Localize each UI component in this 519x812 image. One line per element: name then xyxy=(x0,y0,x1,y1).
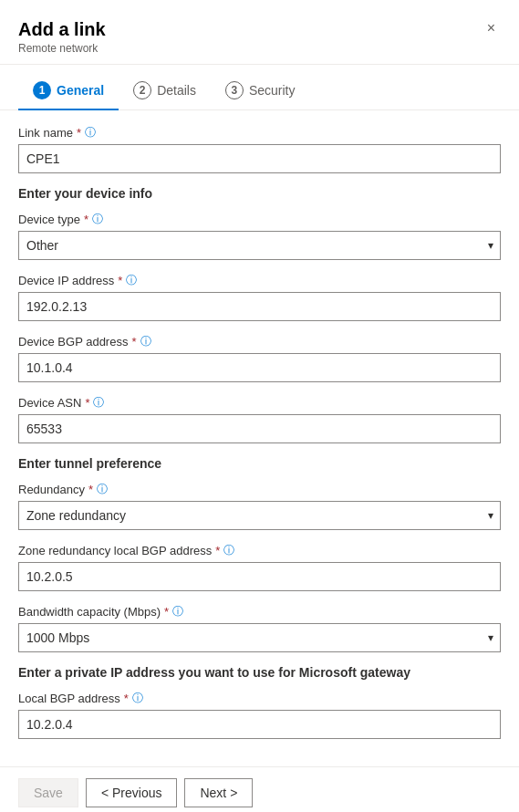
tab-security-label: Security xyxy=(249,83,296,98)
redundancy-info-icon[interactable]: ⓘ xyxy=(97,482,108,497)
required-star-6: * xyxy=(88,483,93,496)
device-bgp-label: Device BGP address * ⓘ xyxy=(18,334,501,349)
tunnel-heading: Enter tunnel preference xyxy=(18,456,501,471)
zone-bgp-info-icon[interactable]: ⓘ xyxy=(223,543,234,558)
required-star-2: * xyxy=(84,213,88,226)
local-bgp-group: Local BGP address * ⓘ xyxy=(18,691,501,739)
link-name-label: Link name * ⓘ xyxy=(18,125,501,141)
link-name-group: Link name * ⓘ xyxy=(18,125,501,173)
device-asn-info-icon[interactable]: ⓘ xyxy=(93,395,104,411)
zone-bgp-group: Zone redundancy local BGP address * ⓘ xyxy=(18,543,501,591)
bandwidth-group: Bandwidth capacity (Mbps) * ⓘ 500 Mbps 1… xyxy=(18,604,501,652)
required-star-7: * xyxy=(215,544,220,557)
modal-subtitle: Remote network xyxy=(18,42,106,55)
device-bgp-input[interactable] xyxy=(18,353,501,382)
link-name-info-icon[interactable]: ⓘ xyxy=(85,125,96,141)
tab-details-number: 2 xyxy=(133,81,151,99)
tab-bar: 1 General 2 Details 3 Security xyxy=(0,65,519,110)
required-star: * xyxy=(77,126,81,140)
device-ip-group: Device IP address * ⓘ xyxy=(18,273,501,321)
modal-container: Add a link Remote network × 1 General 2 … xyxy=(0,0,519,812)
modal-title: Add a link xyxy=(18,18,106,40)
device-type-select-wrapper: Other Cisco Juniper Palo Alto Check Poin… xyxy=(18,231,501,260)
redundancy-group: Redundancy * ⓘ Zone redundancy No redund… xyxy=(18,482,501,530)
previous-button[interactable]: < Previous xyxy=(86,778,178,807)
bandwidth-select[interactable]: 500 Mbps 1000 Mbps 2000 Mbps 5000 Mbps xyxy=(18,623,501,652)
device-bgp-info-icon[interactable]: ⓘ xyxy=(140,334,151,349)
gateway-heading: Enter a private IP address you want to u… xyxy=(18,665,501,680)
tab-details-label: Details xyxy=(157,83,196,98)
required-star-8: * xyxy=(164,605,169,619)
required-star-4: * xyxy=(131,335,136,349)
local-bgp-input[interactable] xyxy=(18,710,501,739)
device-info-heading: Enter your device info xyxy=(18,186,501,201)
redundancy-label: Redundancy * ⓘ xyxy=(18,482,501,497)
bandwidth-select-wrapper: 500 Mbps 1000 Mbps 2000 Mbps 5000 Mbps ▾ xyxy=(18,623,501,652)
local-bgp-label: Local BGP address * ⓘ xyxy=(18,691,501,706)
header-text: Add a link Remote network xyxy=(18,18,106,55)
device-ip-input[interactable] xyxy=(18,292,501,321)
required-star-9: * xyxy=(124,692,129,705)
tab-general[interactable]: 1 General xyxy=(18,74,119,110)
close-button[interactable]: × xyxy=(482,18,501,38)
modal-footer: Save < Previous Next > xyxy=(0,766,519,812)
local-bgp-info-icon[interactable]: ⓘ xyxy=(132,691,143,706)
redundancy-select[interactable]: Zone redundancy No redundancy xyxy=(18,501,501,530)
device-asn-group: Device ASN * ⓘ xyxy=(18,395,501,443)
form-body: Link name * ⓘ Enter your device info Dev… xyxy=(0,110,519,766)
save-button[interactable]: Save xyxy=(18,778,78,807)
device-asn-label: Device ASN * ⓘ xyxy=(18,395,501,411)
bandwidth-info-icon[interactable]: ⓘ xyxy=(172,604,183,619)
modal-header: Add a link Remote network × xyxy=(0,0,519,65)
zone-bgp-input[interactable] xyxy=(18,562,501,591)
device-bgp-group: Device BGP address * ⓘ xyxy=(18,334,501,382)
device-type-group: Device type * ⓘ Other Cisco Juniper Palo… xyxy=(18,212,501,260)
close-icon: × xyxy=(487,20,495,36)
redundancy-select-wrapper: Zone redundancy No redundancy ▾ xyxy=(18,501,501,530)
device-type-info-icon[interactable]: ⓘ xyxy=(92,212,103,227)
device-ip-label: Device IP address * ⓘ xyxy=(18,273,501,288)
tab-security-number: 3 xyxy=(225,81,244,99)
required-star-3: * xyxy=(118,274,122,287)
device-ip-info-icon[interactable]: ⓘ xyxy=(126,273,137,288)
device-type-label: Device type * ⓘ xyxy=(18,212,501,227)
tab-general-number: 1 xyxy=(33,81,51,99)
device-type-select[interactable]: Other Cisco Juniper Palo Alto Check Poin… xyxy=(18,231,501,260)
bandwidth-label: Bandwidth capacity (Mbps) * ⓘ xyxy=(18,604,501,619)
zone-bgp-label: Zone redundancy local BGP address * ⓘ xyxy=(18,543,501,558)
next-button[interactable]: Next > xyxy=(184,778,253,807)
link-name-input[interactable] xyxy=(18,144,501,173)
tab-security[interactable]: 3 Security xyxy=(211,74,310,110)
required-star-5: * xyxy=(85,396,89,410)
tab-details[interactable]: 2 Details xyxy=(119,74,211,110)
device-asn-input[interactable] xyxy=(18,414,501,443)
tab-general-label: General xyxy=(57,83,104,98)
